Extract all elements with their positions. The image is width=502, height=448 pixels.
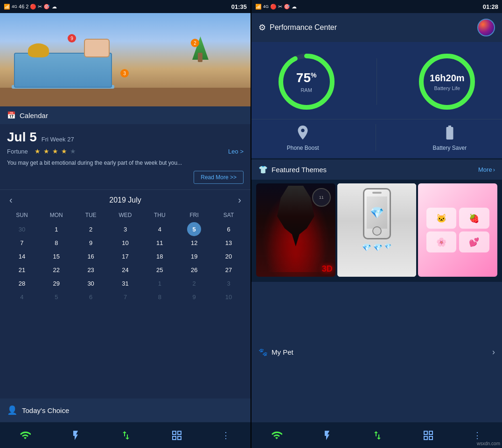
nav-flashlight-left[interactable] xyxy=(70,430,81,441)
nav-square-right[interactable] xyxy=(423,430,434,441)
cal-day[interactable]: 14 xyxy=(17,250,27,263)
cal-day[interactable]: 7 xyxy=(18,236,25,250)
theme-card-pink[interactable]: 🐱 🍓 🌸 💕 xyxy=(418,183,497,277)
nav-wifi-right[interactable] xyxy=(271,430,282,441)
cal-day[interactable]: 15 xyxy=(51,250,62,263)
cal-day[interactable]: 4 xyxy=(156,223,163,236)
mypet-icon: 🐾 xyxy=(258,348,268,357)
cal-day[interactable]: 6 xyxy=(225,223,232,236)
cal-day[interactable]: 23 xyxy=(85,263,96,277)
cal-day[interactable]: 3 xyxy=(122,223,129,236)
cal-day[interactable]: 2 xyxy=(191,277,198,290)
current-date: Jul 5 xyxy=(7,130,37,145)
phone-boost-button[interactable]: Phone Boost xyxy=(287,124,319,151)
status-bar-left: 📶 4G 46 2 🔴 ✂ 🎯 ☁ 01:35 xyxy=(0,0,251,13)
calendar-title: Calendar xyxy=(20,112,48,119)
themes-row: 11 3D 💎 💎 xyxy=(251,180,502,280)
todays-choice-label: Today's Choice xyxy=(22,406,69,414)
battery-metric: 16h20m Battery Life xyxy=(417,51,477,112)
bottom-nav-left: ⋮ xyxy=(0,422,251,448)
cal-day[interactable]: 27 xyxy=(223,263,234,277)
calendar-nav: ‹ 2019 July › xyxy=(0,190,251,210)
cal-day[interactable]: 30 xyxy=(17,223,27,236)
calendar-days: 30 1 2 3 4 5 6 7 8 9 10 11 12 13 14 15 1… xyxy=(5,222,246,304)
todays-choice[interactable]: 👤 Today's Choice xyxy=(0,399,251,422)
badge-1: 9 xyxy=(68,34,76,42)
cal-day[interactable]: 29 xyxy=(51,277,62,290)
calendar-icon: 📅 xyxy=(7,111,16,119)
nav-more-right[interactable]: ⋮ xyxy=(473,430,482,441)
svg-rect-11 xyxy=(429,436,432,440)
nav-square-left[interactable] xyxy=(171,430,182,441)
cal-day[interactable]: 10 xyxy=(223,290,234,304)
game-banner[interactable]: 9 3 2 xyxy=(0,13,251,106)
weekday-mon: MON xyxy=(39,210,74,220)
battery-saver-button[interactable]: Battery Saver xyxy=(433,124,467,151)
svg-rect-1 xyxy=(178,431,181,434)
cal-day[interactable]: 8 xyxy=(156,290,163,304)
perf-icon: ⚙ xyxy=(258,22,266,33)
cal-day[interactable]: 5 xyxy=(53,290,60,304)
themes-more-link[interactable]: More › xyxy=(478,166,495,173)
ram-metric: 75% RAM xyxy=(276,51,337,112)
cal-day[interactable]: 20 xyxy=(223,250,234,263)
nav-more-left[interactable]: ⋮ xyxy=(222,430,231,441)
cal-day[interactable]: 13 xyxy=(223,236,234,250)
bottom-nav-right: ⋮ xyxy=(251,422,502,448)
next-month-button[interactable]: › xyxy=(238,195,241,205)
badge-2: 3 xyxy=(120,69,129,77)
cal-day[interactable]: 6 xyxy=(87,290,94,304)
svg-rect-3 xyxy=(178,436,181,440)
cal-day[interactable]: 9 xyxy=(191,290,198,304)
cal-day[interactable]: 3 xyxy=(225,277,232,290)
nav-wifi-left[interactable] xyxy=(20,430,31,441)
svg-rect-10 xyxy=(424,436,427,440)
cal-day[interactable]: 10 xyxy=(120,236,130,250)
theme-card-silver[interactable]: 💎 💎 💎 💎 xyxy=(337,183,417,277)
nav-swap-right[interactable] xyxy=(372,430,383,441)
fortune-label: Fortune xyxy=(7,148,28,155)
nav-swap-left[interactable] xyxy=(120,430,132,441)
themes-icon: 👕 xyxy=(258,165,268,174)
read-more-button[interactable]: Read More >> xyxy=(194,171,244,184)
todays-choice-icon: 👤 xyxy=(7,405,17,415)
cal-day[interactable]: 18 xyxy=(154,250,165,263)
cal-day[interactable]: 22 xyxy=(51,263,62,277)
nav-flashlight-right[interactable] xyxy=(321,430,333,441)
my-pet-section[interactable]: 🐾 My Pet › xyxy=(251,282,502,422)
weekday-sat: SAT xyxy=(211,210,246,220)
cal-day[interactable]: 25 xyxy=(154,263,165,277)
cal-day[interactable]: 24 xyxy=(120,263,130,277)
svg-rect-9 xyxy=(429,431,432,434)
cal-day[interactable]: 16 xyxy=(85,250,96,263)
perf-title-text: Performance Center xyxy=(270,23,337,32)
calendar-grid: SUN MON TUE WED THU FRI SAT 30 1 2 3 4 5… xyxy=(0,210,251,399)
cal-day[interactable]: 1 xyxy=(156,277,163,290)
cal-day[interactable]: 9 xyxy=(87,236,94,250)
cal-day[interactable]: 17 xyxy=(120,250,130,263)
zodiac-link[interactable]: Leo > xyxy=(228,148,244,155)
cal-day-today[interactable]: 5 xyxy=(187,222,201,236)
cal-day[interactable]: 1 xyxy=(53,223,60,236)
cal-day[interactable]: 28 xyxy=(17,277,27,290)
cal-day[interactable]: 19 xyxy=(189,250,199,263)
battery-saver-label: Battery Saver xyxy=(433,145,467,151)
metrics-area: 75% RAM 16h20m Battery Life xyxy=(251,42,502,119)
theme-card-dark[interactable]: 11 3D xyxy=(256,183,335,277)
cal-day[interactable]: 31 xyxy=(120,277,130,290)
svg-rect-0 xyxy=(173,431,176,434)
cal-day[interactable]: 30 xyxy=(85,277,96,290)
action-divider xyxy=(376,124,376,151)
badge-3: 2 xyxy=(191,39,199,47)
prev-month-button[interactable]: ‹ xyxy=(9,195,13,205)
cal-day[interactable]: 4 xyxy=(18,290,25,304)
calendar-header-bar: 📅 Calendar xyxy=(0,106,251,124)
cal-day[interactable]: 21 xyxy=(17,263,27,277)
cal-day[interactable]: 12 xyxy=(189,236,199,250)
user-avatar[interactable] xyxy=(477,19,495,36)
cal-day[interactable]: 26 xyxy=(189,263,199,277)
cal-day[interactable]: 7 xyxy=(122,290,129,304)
cal-day[interactable]: 11 xyxy=(154,236,165,250)
cal-day[interactable]: 2 xyxy=(87,223,94,236)
cal-day[interactable]: 8 xyxy=(53,236,60,250)
